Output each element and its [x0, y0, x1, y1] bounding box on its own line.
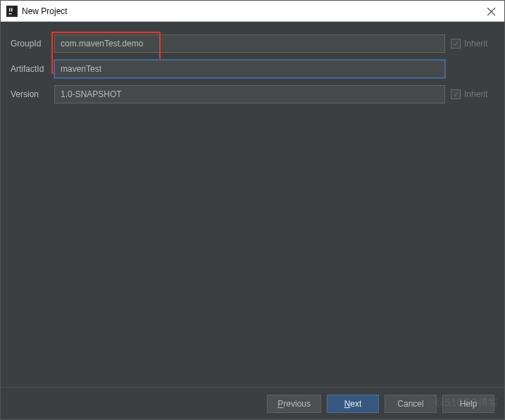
version-row: Version ✓ Inherit: [11, 85, 494, 103]
checkbox-icon: ✓: [451, 89, 461, 99]
svg-rect-2: [9, 8, 11, 11]
version-input[interactable]: [54, 85, 445, 103]
close-icon: [487, 8, 495, 15]
close-button[interactable]: [483, 4, 499, 19]
inherit-label: Inherit: [464, 89, 487, 99]
intellij-icon: [6, 6, 18, 17]
svg-rect-3: [11, 8, 13, 11]
version-inherit[interactable]: ✓ Inherit: [451, 89, 494, 99]
artifactid-field-wrap: [54, 60, 445, 78]
groupid-inherit[interactable]: ✓ Inherit: [451, 39, 494, 49]
artifactid-label: ArtifactId: [11, 64, 49, 74]
form-area: GroupId ✓ Inherit ArtifactId Inherit Ver…: [1, 22, 504, 103]
button-bar: Previous Next Cancel Help: [1, 387, 504, 419]
previous-button[interactable]: Previous: [267, 395, 321, 413]
groupid-field-wrap: [54, 34, 445, 53]
version-label: Version: [11, 89, 49, 99]
groupid-label: GroupId: [11, 39, 49, 49]
checkbox-icon: ✓: [451, 39, 461, 49]
svg-rect-1: [9, 13, 12, 14]
titlebar: New Project: [1, 1, 504, 22]
help-button[interactable]: Help: [442, 395, 494, 413]
next-label: ext: [350, 399, 361, 409]
groupid-row: GroupId ✓ Inherit: [11, 34, 494, 53]
next-button[interactable]: Next: [327, 395, 379, 413]
version-field-wrap: [54, 85, 445, 103]
artifactid-input[interactable]: [54, 60, 445, 78]
inherit-label: Inherit: [464, 39, 487, 49]
previous-label: revious: [283, 399, 311, 409]
groupid-input[interactable]: [54, 34, 445, 53]
window-title: New Project: [22, 6, 68, 16]
cancel-button[interactable]: Cancel: [385, 395, 437, 413]
artifactid-row: ArtifactId Inherit: [11, 60, 494, 78]
